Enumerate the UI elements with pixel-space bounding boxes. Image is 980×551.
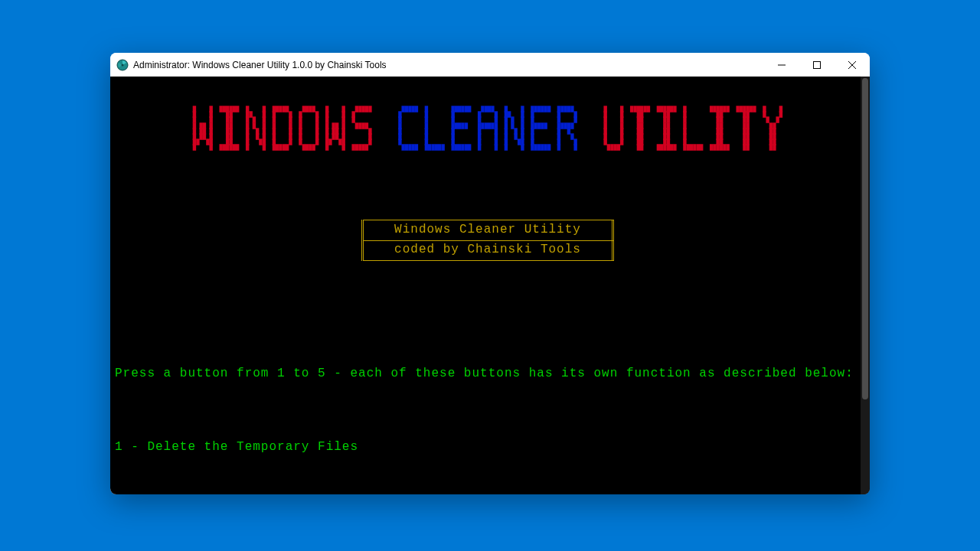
terminal-content[interactable]: █ █ ██████ █ █ █████ ████ █ █ █████ █ █ … (110, 77, 861, 494)
titlebar[interactable]: Administrator: Windows Cleaner Utility 1… (110, 53, 870, 77)
svg-point-1 (122, 64, 124, 66)
scrollbar-thumb[interactable] (862, 78, 868, 399)
ascii-word-utility: █ █ ██████ ██████ █ ██████ ██████ █ █ █ … (600, 106, 786, 156)
menu-prompt: Press a button from 1 to 5 - each of the… (115, 361, 861, 386)
ascii-banner: █ █ ██████ █ █ █████ ████ █ █ █████ █ █ … (115, 106, 861, 156)
info-box-group: Windows Cleaner Utility coded by Chainsk… (115, 220, 861, 260)
window-controls (764, 53, 870, 77)
ascii-word-windows: █ █ ██████ █ █ █████ ████ █ █ █████ █ █ … (190, 106, 375, 156)
menu-block: Press a button from 1 to 5 - each of the… (115, 312, 861, 494)
terminal-area: █ █ ██████ █ █ █████ ████ █ █ █████ █ █ … (110, 77, 870, 494)
minimize-button[interactable] (764, 53, 799, 77)
info-box-title: Windows Cleaner Utility (361, 220, 614, 241)
ascii-word-cleaner: █████ █ ██████ ████ █ █ ██████ █████ █ █… (395, 106, 580, 156)
app-window: Administrator: Windows Cleaner Utility 1… (110, 53, 870, 494)
svg-rect-3 (814, 61, 821, 68)
window-title: Administrator: Windows Cleaner Utility 1… (133, 60, 387, 70)
maximize-button[interactable] (799, 53, 835, 77)
menu-item-1[interactable]: 1 - Delete the Temporary Files (115, 435, 861, 459)
app-icon (116, 59, 129, 71)
close-button[interactable] (835, 53, 870, 77)
scrollbar[interactable] (861, 77, 870, 494)
info-box-author: coded by Chainski Tools (361, 240, 614, 261)
